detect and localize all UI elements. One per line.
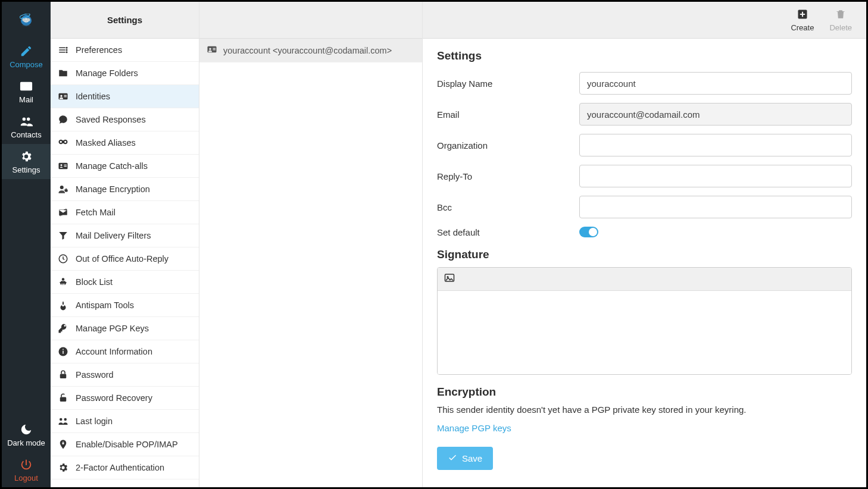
settings-item[interactable]: Masked Aliases [51, 131, 199, 155]
nav-compose[interactable]: Compose [2, 39, 51, 74]
svg-point-3 [21, 25, 30, 27]
svg-point-1 [22, 18, 26, 22]
settings-item[interactable]: 2-Factor Authentication [51, 456, 199, 479]
svg-rect-20 [60, 374, 67, 379]
label-display-name: Display Name [437, 79, 579, 89]
svg-point-23 [64, 418, 67, 421]
id-card-icon [207, 44, 217, 57]
nav-contacts[interactable]: Contacts [2, 109, 51, 144]
create-button[interactable]: Create [791, 8, 814, 32]
settings-item-icon [58, 462, 68, 473]
settings-item[interactable]: Manage Folders [51, 62, 199, 85]
nav-darkmode[interactable]: Dark mode [2, 417, 51, 452]
settings-item[interactable]: Password Recovery [51, 387, 199, 410]
label-reply-to: Reply-To [437, 171, 579, 181]
settings-item[interactable]: Password [51, 363, 199, 387]
svg-rect-19 [63, 349, 64, 350]
settings-item-icon [58, 184, 68, 195]
settings-item[interactable]: Preferences [51, 39, 199, 62]
nav-settings-label: Settings [13, 165, 40, 174]
settings-item-icon [58, 207, 68, 218]
settings-item-label: Password [76, 370, 114, 380]
save-button[interactable]: Save [437, 447, 493, 470]
label-email: Email [437, 109, 579, 120]
settings-item-label: Password Recovery [76, 393, 152, 403]
settings-item[interactable]: Antispam Tools [51, 294, 199, 317]
app-logo [2, 2, 51, 39]
settings-item[interactable]: Mail Delivery Filters [51, 224, 199, 247]
trash-icon [835, 8, 847, 22]
settings-item-label: Preferences [76, 45, 122, 55]
settings-item-icon [58, 137, 68, 148]
nav-settings[interactable]: Settings [2, 144, 51, 179]
svg-point-2 [27, 18, 30, 22]
input-organization[interactable] [579, 134, 852, 156]
settings-item-icon [58, 68, 68, 79]
svg-point-10 [60, 95, 62, 97]
encryption-text: This sender identity doesn't yet have a … [437, 405, 852, 415]
svg-point-8 [66, 51, 68, 53]
detail-column: Create Delete Settings Display Name Emai… [423, 2, 866, 487]
settings-item[interactable]: Manage Catch-alls [51, 155, 199, 178]
save-label: Save [462, 453, 482, 463]
svg-rect-18 [63, 351, 64, 354]
settings-item[interactable]: Identities [51, 85, 199, 108]
encryption-heading: Encryption [437, 385, 852, 399]
settings-item-icon [58, 277, 68, 287]
settings-item[interactable]: Fetch Mail [51, 201, 199, 224]
input-bcc[interactable] [579, 196, 852, 218]
input-reply-to[interactable] [579, 165, 852, 187]
svg-rect-14 [65, 190, 68, 192]
nav-contacts-label: Contacts [11, 130, 41, 139]
settings-item[interactable]: Last login [51, 410, 199, 433]
input-display-name[interactable] [579, 72, 852, 95]
settings-item-icon [58, 45, 68, 55]
settings-item-icon [58, 161, 68, 171]
settings-item-icon [58, 346, 68, 357]
label-set-default: Set default [437, 227, 579, 237]
settings-header: Settings [51, 2, 199, 39]
label-organization: Organization [437, 140, 579, 151]
settings-item[interactable]: Manage PGP Keys [51, 317, 199, 340]
nav-rail: Compose Mail Contacts Settings Dark mode… [2, 2, 51, 487]
input-email [579, 103, 852, 126]
settings-item[interactable]: Out of Office Auto-Reply [51, 247, 199, 271]
settings-item-label: Block List [76, 277, 113, 287]
label-bcc: Bcc [437, 202, 579, 212]
nav-mail[interactable]: Mail [2, 74, 51, 109]
detail-toolbar: Create Delete [423, 2, 866, 39]
settings-item-label: 2-Factor Authentication [76, 463, 164, 472]
settings-item-icon [58, 230, 68, 241]
identity-label: youraccount <youraccount@codamail.com> [223, 46, 392, 55]
settings-item-icon [58, 114, 68, 125]
settings-item-icon [58, 91, 68, 102]
svg-point-22 [60, 418, 63, 421]
settings-item[interactable]: Block List [51, 271, 199, 294]
settings-item-label: Antispam Tools [76, 300, 134, 310]
nav-logout[interactable]: Logout [2, 452, 51, 487]
settings-item-label: Last login [76, 416, 113, 426]
signature-editor[interactable] [438, 291, 851, 374]
toggle-set-default[interactable] [579, 227, 598, 237]
image-icon[interactable] [444, 275, 455, 285]
manage-pgp-link[interactable]: Manage PGP keys [437, 423, 511, 433]
settings-list: PreferencesManage FoldersIdentitiesSaved… [51, 39, 199, 487]
svg-point-26 [209, 48, 211, 50]
nav-logout-label: Logout [14, 474, 38, 482]
settings-item-icon [58, 393, 68, 403]
nav-darkmode-label: Dark mode [7, 438, 45, 447]
form-heading: Settings [437, 49, 852, 62]
svg-point-16 [62, 278, 65, 281]
settings-item-icon [58, 323, 68, 334]
settings-item[interactable]: Manage Encryption [51, 178, 199, 201]
settings-item[interactable]: Account Information [51, 340, 199, 363]
settings-item[interactable]: Saved Responses [51, 108, 199, 131]
form-area: Settings Display Name Email Organization… [423, 39, 866, 487]
settings-item[interactable]: Enable/Disable POP/IMAP [51, 433, 199, 456]
settings-item-icon [58, 439, 68, 450]
identities-header [199, 2, 422, 39]
identity-item[interactable]: youraccount <youraccount@codamail.com> [199, 39, 422, 62]
signature-box [437, 267, 852, 375]
settings-item-label: Account Information [76, 347, 152, 356]
settings-item-icon [58, 253, 68, 264]
